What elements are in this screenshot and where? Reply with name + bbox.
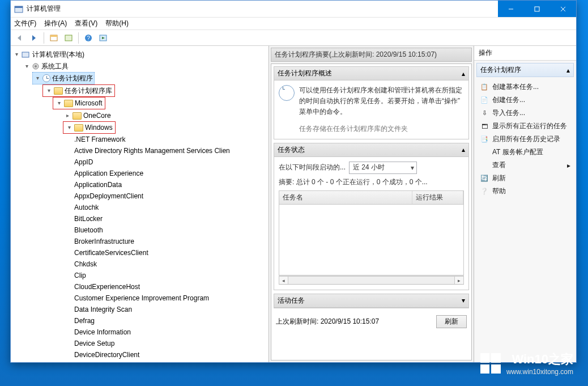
action-item[interactable]: ⇩导入任务...	[478, 107, 573, 120]
action-icon: 🗔	[480, 122, 489, 131]
collapse-icon[interactable]: ▾	[462, 296, 465, 304]
tree-microsoft[interactable]: ▾ Microsoft	[53, 97, 105, 109]
close-button[interactable]	[550, 1, 576, 17]
action-icon: 📑	[480, 135, 489, 144]
tree-folder-item[interactable]: CertificateServicesClient	[73, 247, 150, 258]
svg-rect-9	[50, 35, 57, 37]
action-icon: ⇩	[480, 109, 489, 118]
svg-rect-1	[15, 6, 23, 8]
collapse-icon[interactable]: ▴	[566, 66, 570, 74]
toolbar-properties-icon[interactable]	[62, 32, 75, 44]
overview-group: 任务计划程序概述▴ 可以使用任务计划程序来创建和管理计算机将在所指定的时间自动执…	[274, 66, 469, 139]
tree-system-tools[interactable]: ▾ 系统工具	[22, 61, 70, 72]
horizontal-scrollbar[interactable]: ◂ ▸	[279, 275, 464, 285]
tree-folder-item[interactable]: Active Directory Rights Management Servi…	[73, 145, 231, 156]
svg-rect-3	[535, 7, 539, 11]
summary-pane: 任务计划程序摘要(上次刷新时间: 2020/9/15 10:15:07) 任务计…	[269, 46, 474, 362]
toolbar-refresh-icon[interactable]	[48, 32, 60, 44]
tree-task-scheduler[interactable]: ▾ 任务计划程序	[32, 72, 95, 84]
svg-point-17	[35, 65, 37, 67]
watermark: Win10之家 www.win10xitong.com	[480, 351, 573, 376]
action-item[interactable]: ❔帮助	[478, 185, 573, 198]
navigation-tree[interactable]: ▾ 计算机管理(本地) ▾ 系统工具	[11, 46, 269, 362]
tree-folder-item[interactable]: Customer Experience Improvement Program	[73, 292, 210, 304]
tree-folder-item[interactable]: Application Experience	[73, 168, 144, 179]
status-table[interactable]: 任务名 运行结果	[279, 190, 464, 275]
scroll-right-icon[interactable]: ▸	[454, 276, 464, 285]
actions-pane: 操作 任务计划程序 ▴ 📋创建基本任务...📄创建任务...⇩导入任务...🗔显…	[474, 46, 576, 362]
action-item[interactable]: 📄创建任务...	[478, 94, 573, 107]
menu-action[interactable]: 操作(A)	[44, 19, 67, 28]
tree-folder-item[interactable]: CloudExperienceHost	[73, 281, 141, 292]
toolbar: ?	[11, 30, 576, 46]
svg-marker-7	[32, 35, 36, 41]
svg-marker-6	[18, 35, 21, 41]
menu-file[interactable]: 文件(F)	[14, 19, 36, 28]
clock-icon	[279, 85, 295, 101]
tree-folder-item[interactable]: Chkdsk	[73, 258, 98, 270]
clock-icon	[42, 74, 50, 82]
tree-windows[interactable]: ▾ Windows	[63, 121, 116, 134]
tree-folder-item[interactable]: Clip	[73, 270, 87, 281]
maximize-button[interactable]	[524, 1, 550, 17]
action-icon	[480, 148, 489, 157]
last-refresh-label: 上次刷新时间: 2020/9/15 10:15:07	[276, 317, 432, 326]
tree-folder-item[interactable]: AppID	[73, 156, 94, 168]
status-summary: 摘要: 总计 0 个 - 0 个正在运行，0 个成功，0 个...	[279, 177, 464, 187]
active-tasks-group: 活动任务▾	[274, 294, 469, 308]
app-icon	[14, 5, 23, 14]
action-item[interactable]: 查看▸	[478, 159, 573, 172]
scroll-left-icon[interactable]: ◂	[279, 276, 288, 285]
actions-title: 操作	[474, 46, 576, 61]
titlebar: 计算机管理	[11, 1, 576, 18]
submenu-arrow-icon: ▸	[567, 162, 570, 169]
tree-folder-item[interactable]: AppxDeploymentClient	[73, 190, 144, 202]
expander-icon[interactable]: ▾	[13, 49, 20, 60]
action-item[interactable]: 🗔显示所有正在运行的任务	[478, 120, 573, 133]
tree-onecore[interactable]: ▸ OneCore	[63, 110, 112, 121]
menubar: 文件(F) 操作(A) 查看(V) 帮助(H)	[11, 18, 576, 30]
app-window: 计算机管理 文件(F) 操作(A) 查看(V) 帮助(H) ? ▾	[10, 0, 577, 363]
status-group: 任务状态▴ 在以下时间段启动的... 近 24 小时 摘要: 总计 0 个 - …	[274, 143, 469, 290]
tree-folder-item[interactable]: Device Setup	[73, 338, 116, 349]
tree-scheduler-library[interactable]: ▾ 任务计划程序库	[42, 84, 115, 97]
action-icon: 📄	[480, 96, 489, 105]
tree-folder-item[interactable]: Device Information	[73, 326, 132, 338]
tree-folder-item[interactable]: Autochk	[73, 202, 100, 213]
action-item[interactable]: 🔄刷新	[478, 172, 573, 185]
nav-forward-button[interactable]	[28, 32, 40, 44]
action-icon: ❔	[480, 187, 489, 196]
tree-folder-item[interactable]: Defrag	[73, 315, 96, 326]
folder-icon	[54, 87, 63, 95]
menu-help[interactable]: 帮助(H)	[105, 19, 129, 28]
svg-rect-10	[65, 35, 72, 41]
collapse-icon[interactable]: ▴	[462, 70, 465, 78]
action-item[interactable]: 📑启用所有任务历史记录	[478, 133, 573, 146]
tree-root[interactable]: ▾ 计算机管理(本地)	[12, 49, 86, 60]
action-icon: 📋	[480, 83, 489, 92]
tree-folder-item[interactable]: Data Integrity Scan	[73, 304, 133, 315]
tree-folder-item[interactable]: DeviceDirectoryClient	[73, 349, 140, 360]
svg-rect-15	[22, 52, 29, 57]
tree-folder-item[interactable]: BrokerInfrastructure	[73, 236, 135, 247]
action-item[interactable]: 📋创建基本任务...	[478, 80, 573, 94]
tree-folder-item[interactable]: Bluetooth	[73, 224, 104, 236]
window-title: 计算机管理	[27, 4, 498, 14]
menu-view[interactable]: 查看(V)	[75, 19, 97, 28]
tree-folder-item[interactable]: ApplicationData	[73, 179, 123, 190]
toolbar-help-icon[interactable]: ?	[82, 32, 95, 44]
tree-folder-item[interactable]: BitLocker	[73, 213, 104, 224]
summary-header: 任务计划程序摘要(上次刷新时间: 2020/9/15 10:15:07)	[271, 48, 472, 62]
toolbar-run-icon[interactable]	[97, 32, 109, 44]
action-icon: 🔄	[480, 174, 489, 183]
svg-text:?: ?	[87, 35, 90, 41]
nav-back-button[interactable]	[13, 32, 25, 44]
action-item[interactable]: AT 服务帐户配置	[478, 146, 573, 159]
actions-section-header: 任务计划程序 ▴	[476, 63, 574, 77]
collapse-icon[interactable]: ▴	[462, 146, 465, 154]
tree-folder-item[interactable]: .NET Framework	[73, 134, 126, 145]
action-icon	[480, 161, 489, 170]
minimize-button[interactable]	[498, 1, 524, 17]
time-range-select[interactable]: 近 24 小时	[349, 162, 417, 174]
refresh-button[interactable]: 刷新	[436, 315, 467, 328]
